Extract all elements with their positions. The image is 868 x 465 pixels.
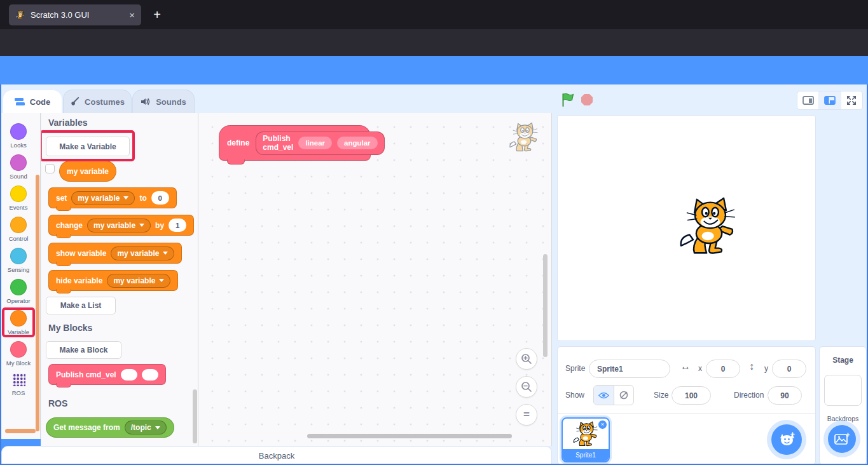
define-hat-block[interactable]: define Publish cmd_vel linear angular <box>219 125 371 161</box>
category-sound[interactable]: Sound <box>0 154 37 180</box>
make-block-button[interactable]: Make a Block <box>46 341 121 359</box>
x-position-input[interactable] <box>706 360 740 378</box>
category-variable[interactable]: Variable <box>0 310 37 335</box>
stage[interactable] <box>557 115 816 341</box>
make-list-button[interactable]: Make a List <box>46 297 116 314</box>
stage-sprite-cat[interactable] <box>676 197 743 258</box>
argument-input[interactable] <box>142 369 158 381</box>
cat-watermark <box>507 122 542 156</box>
x-label: x <box>698 364 702 373</box>
tab-code-label: Code <box>30 97 51 107</box>
category-color-dot <box>10 341 27 358</box>
change-variable-block[interactable]: change my variable by 1 <box>48 215 194 236</box>
delete-sprite-badge[interactable]: × <box>598 420 607 429</box>
stop-button[interactable] <box>581 93 593 109</box>
make-variable-button[interactable]: Make a Variable <box>46 137 130 156</box>
get-message-label: Get message from <box>53 423 120 432</box>
green-flag-button[interactable] <box>561 93 575 109</box>
x-position-icon: ↔ <box>680 361 691 372</box>
variable-dropdown[interactable]: my variable <box>87 219 151 232</box>
zoom-out-icon <box>521 381 532 393</box>
hide-variable-block[interactable]: hide variable my variable <box>48 270 178 291</box>
category-looks[interactable]: Looks <box>0 123 37 149</box>
category-my-block[interactable]: My Block <box>0 341 37 367</box>
argument-linear[interactable]: linear <box>298 137 332 149</box>
category-scrollbar-horizontal[interactable] <box>5 429 36 433</box>
add-sprite-button[interactable] <box>771 424 802 455</box>
small-stage-icon <box>803 96 814 105</box>
palette-scrollbar[interactable] <box>193 389 197 443</box>
category-color-dot <box>10 279 27 295</box>
fullscreen-button[interactable] <box>841 91 862 109</box>
ros-dots-icon <box>12 373 25 386</box>
backdrop-thumbnail[interactable] <box>824 375 862 406</box>
backpack-bar[interactable]: Backpack <box>1 446 552 465</box>
zoom-in-icon <box>521 353 532 365</box>
get-message-block[interactable]: Get message from /topic <box>46 417 174 438</box>
publish-cmd-vel-block[interactable]: Publish cmd_vel <box>48 364 166 385</box>
variable-dropdown[interactable]: my variable <box>107 274 170 288</box>
add-backdrop-button[interactable] <box>828 425 856 453</box>
chevron-down-icon <box>159 279 164 282</box>
size-input[interactable] <box>672 386 711 405</box>
browser-tab-bar: Scratch 3.0 GUI × + <box>0 0 868 29</box>
category-color-dot <box>10 185 27 202</box>
sprite-thumbnail-cat <box>572 421 601 448</box>
browser-tab[interactable]: Scratch 3.0 GUI × <box>9 4 141 25</box>
sprite-thumbnail-sprite1[interactable]: Sprite1 × <box>561 417 610 462</box>
y-position-input[interactable] <box>772 360 806 378</box>
category-control[interactable]: Control <box>0 217 37 242</box>
large-stage-button[interactable] <box>819 91 841 109</box>
workspace-scrollbar-vertical[interactable] <box>543 254 548 357</box>
zoom-out-button[interactable] <box>516 376 537 398</box>
zoom-in-button[interactable] <box>516 348 537 370</box>
define-label: define <box>227 138 249 147</box>
favicon-cat-icon <box>15 10 25 20</box>
eye-visible-icon <box>598 391 609 400</box>
set-variable-block[interactable]: set my variable to 0 <box>48 187 177 208</box>
variable-monitor-checkbox[interactable] <box>45 164 55 173</box>
scratch-gui: Code Costumes Sounds <box>0 84 868 465</box>
size-label: Size <box>654 391 668 400</box>
category-sensing[interactable]: Sensing <box>0 248 37 273</box>
argument-input[interactable] <box>121 369 137 381</box>
hide-sprite-button[interactable] <box>614 386 634 405</box>
category-ros[interactable]: ROS <box>0 371 37 396</box>
chevron-down-icon <box>155 426 160 429</box>
publish-cmd-vel-label: Publish cmd_vel <box>56 370 116 379</box>
category-scrollbar-vertical[interactable] <box>36 175 39 431</box>
show-label: Show <box>565 391 584 400</box>
chevron-down-icon <box>163 252 168 255</box>
sprite-name-input[interactable] <box>589 360 670 378</box>
argument-angular[interactable]: angular <box>337 137 378 149</box>
tab-sounds-label: Sounds <box>156 97 186 107</box>
category-events[interactable]: Events <box>0 185 37 211</box>
tab-costumes[interactable]: Costumes <box>63 90 132 113</box>
value-input[interactable]: 0 <box>151 191 169 205</box>
show-variable-block[interactable]: show variable my variable <box>48 243 182 264</box>
variable-dropdown[interactable]: my variable <box>111 246 174 260</box>
my-variable-reporter-block[interactable]: my variable <box>59 161 116 182</box>
add-sprite-cat-icon <box>778 432 795 447</box>
value-input[interactable]: 1 <box>169 219 186 232</box>
small-stage-button[interactable] <box>797 91 819 109</box>
eye-hidden-icon <box>619 390 629 400</box>
stage-selector-panel[interactable]: Stage Backdrops <box>819 346 867 465</box>
y-label: y <box>764 364 768 373</box>
new-tab-button[interactable]: + <box>149 6 165 23</box>
show-sprite-button[interactable] <box>594 386 614 405</box>
sprite-info: Sprite ↔ x ↕ y Show Size <box>558 347 815 414</box>
tab-sounds[interactable]: Sounds <box>132 90 195 113</box>
code-workspace[interactable]: define Publish cmd_vel linear angular = <box>198 113 552 446</box>
green-flag-icon <box>561 93 575 107</box>
workspace-scrollbar-horizontal[interactable] <box>307 434 512 438</box>
topic-dropdown[interactable]: /topic <box>125 421 167 435</box>
variable-dropdown[interactable]: my variable <box>71 191 135 205</box>
sprite-thumbnail-label: Sprite1 <box>563 449 609 461</box>
variable-name-label: my variable <box>93 221 135 230</box>
zoom-reset-button[interactable]: = <box>516 404 537 426</box>
direction-input[interactable] <box>768 386 802 405</box>
tab-code[interactable]: Code <box>3 90 62 113</box>
category-operator[interactable]: Operator <box>0 279 37 304</box>
tab-close-icon[interactable]: × <box>129 10 135 20</box>
